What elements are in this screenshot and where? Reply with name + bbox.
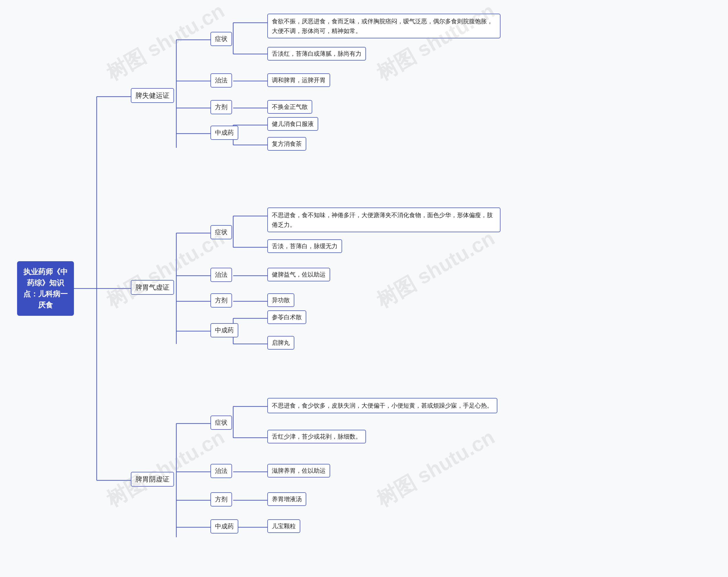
main-container: 树图 shutu.cn 树图 shutu.cn 树图 shutu.cn 树图 s… bbox=[0, 0, 728, 577]
s3-b1-item-1: 不思进食，食少饮多，皮肤失润，大便偏干，小便短黄，甚或烦躁少寐，手足心热。 bbox=[267, 398, 497, 413]
s1-branch-4-node: 中成药 bbox=[210, 126, 238, 140]
s3-branch-1-node: 症状 bbox=[210, 416, 232, 430]
s3-b1-item-2: 舌红少津，苔少或花剥，脉细数。 bbox=[267, 430, 366, 443]
s2-b4-item-1: 参苓白术散 bbox=[267, 310, 306, 324]
s2-b4-item-2: 启脾丸 bbox=[267, 336, 294, 350]
s3-b2-item-1: 滋脾养胃，佐以助运 bbox=[267, 464, 330, 477]
s3-branch-2-node: 治法 bbox=[210, 464, 232, 478]
s3-b3-item-1: 养胃增液汤 bbox=[267, 492, 306, 506]
s1-b4-item-1: 健儿消食口服液 bbox=[267, 117, 318, 131]
watermark-4: 树图 shutu.cn bbox=[372, 224, 500, 314]
s3-branch-3-node: 方剂 bbox=[210, 492, 232, 506]
s1-branch-3-node: 方剂 bbox=[210, 100, 232, 114]
s2-b1-item-1: 不思进食，食不知味，神倦多汗，大便溏薄夹不消化食物，面色少华，形体偏瘦，肢倦乏力… bbox=[267, 208, 500, 232]
s1-b2-item-1: 调和脾胃，运脾开胃 bbox=[267, 73, 330, 87]
connector-lines bbox=[0, 0, 728, 577]
s2-branch-4-node: 中成药 bbox=[210, 323, 238, 337]
s3-b4-item-1: 儿宝颗粒 bbox=[267, 519, 300, 533]
syndrome-2-node: 脾胃气虚证 bbox=[131, 280, 174, 295]
s3-branch-4-node: 中成药 bbox=[210, 519, 238, 533]
s1-b1-item-2: 舌淡红，苔薄白或薄腻，脉尚有力 bbox=[267, 47, 366, 60]
s1-b4-item-2: 复方消食茶 bbox=[267, 137, 306, 150]
s2-branch-3-node: 方剂 bbox=[210, 293, 232, 307]
s2-branch-1-node: 症状 bbox=[210, 225, 232, 239]
s2-b2-item-1: 健脾益气，佐以助运 bbox=[267, 268, 330, 281]
s2-b1-item-2: 舌淡，苔薄白，脉缓无力 bbox=[267, 239, 342, 253]
watermark-6: 树图 shutu.cn bbox=[372, 423, 500, 513]
s1-branch-2-node: 治法 bbox=[210, 73, 232, 87]
s1-b1-item-1: 食欲不振，厌恶进食，食而乏味，或伴胸脘痞闷，嗳气泛恶，偶尔多食则脘腹饱胀，大便不… bbox=[267, 13, 500, 38]
s2-b3-item-1: 异功散 bbox=[267, 293, 294, 307]
s2-branch-2-node: 治法 bbox=[210, 268, 232, 282]
syndrome-1-node: 脾失健运证 bbox=[131, 88, 174, 103]
root-node: 执业药师《中药综》知识点：儿科病一厌食 bbox=[17, 261, 74, 316]
syndrome-3-node: 脾胃阴虚证 bbox=[131, 472, 174, 487]
watermark-2: 树图 shutu.cn bbox=[372, 0, 500, 87]
s1-b3-item-1: 不换金正气散 bbox=[267, 100, 312, 114]
s1-branch-1-node: 症状 bbox=[210, 32, 232, 46]
